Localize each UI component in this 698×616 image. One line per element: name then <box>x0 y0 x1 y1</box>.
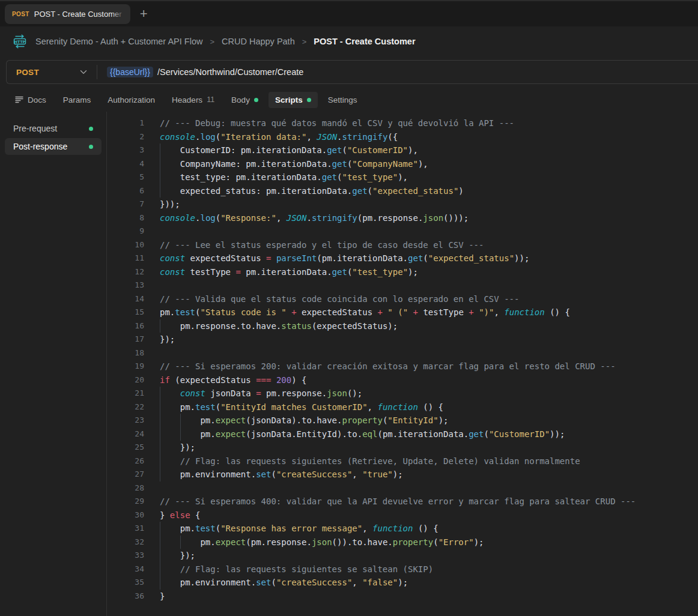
breadcrumb-request: POST - Create Customer <box>314 37 415 46</box>
tab-body[interactable]: Body <box>225 92 265 108</box>
breadcrumb-folder[interactable]: CRUD Happy Path <box>222 37 295 46</box>
tab-label: Authorization <box>108 95 155 104</box>
code-line: 5 test_type: pm.iterationData.get("test_… <box>107 171 698 184</box>
code-line: 6 expected_status: pm.iterationData.get(… <box>107 184 698 198</box>
indent-guide <box>160 468 160 482</box>
code-line: 16 pm.response.to.have.status(expectedSt… <box>107 319 698 333</box>
sidebar-item-post-response[interactable]: Post-response <box>5 138 102 155</box>
indent-guide <box>160 184 160 198</box>
method-selector[interactable]: POST <box>7 61 97 83</box>
code-line: 32 pm.expect(pm.response.json()).to.have… <box>107 536 698 549</box>
line-number: 14 <box>107 292 144 306</box>
line-number: 10 <box>107 238 144 252</box>
green-dot-icon <box>89 145 93 149</box>
tab-label: Settings <box>328 95 357 104</box>
code-line: 10// --- Lee el status esperado y el tip… <box>107 238 698 252</box>
code-line: 21 const jsonData = pm.response.json(); <box>107 387 698 400</box>
url-input[interactable]: {{baseUrl}} /Services/Northwind/Customer… <box>97 67 698 77</box>
tab-scripts[interactable]: Scripts <box>269 92 318 108</box>
line-number: 32 <box>107 536 144 549</box>
line-number: 27 <box>107 468 144 482</box>
code-line: 2console.log("Iteration data:", JSON.str… <box>107 130 698 144</box>
base-url-variable-chip[interactable]: {{baseUrl}} <box>107 67 153 77</box>
code-line: 25 }); <box>107 441 698 454</box>
method-label: POST <box>16 68 39 77</box>
code-line: 31 pm.test("Response has error message",… <box>107 522 698 536</box>
indent-guide <box>160 522 160 536</box>
line-number: 35 <box>107 576 144 590</box>
indent-guide <box>160 400 160 414</box>
docs-icon <box>15 96 23 103</box>
code-line: 29// --- Si esperamos 400: validar que l… <box>107 495 698 509</box>
tab-label: Docs <box>28 95 46 104</box>
line-number: 4 <box>107 157 144 171</box>
indent-guide <box>160 414 160 427</box>
line-number: 8 <box>107 211 144 225</box>
code-line: 30} else { <box>107 509 698 522</box>
green-dot-icon <box>307 98 311 102</box>
indent-guide <box>160 563 160 576</box>
code-line: 33 }); <box>107 549 698 563</box>
line-number: 24 <box>107 427 144 441</box>
breadcrumb-collection[interactable]: Serenity Demo - Auth + Customer API Flow <box>35 37 202 46</box>
code-line: 20if (expectedStatus === 200) { <box>107 373 698 387</box>
headers-count-badge: 11 <box>207 95 214 104</box>
line-number: 28 <box>107 482 144 495</box>
line-number: 23 <box>107 414 144 427</box>
line-number: 30 <box>107 509 144 522</box>
sidebar-item-pre-request[interactable]: Pre-request <box>5 120 102 137</box>
line-number: 25 <box>107 441 144 454</box>
request-tab[interactable]: POST POST - Create Customer <box>5 4 130 24</box>
line-number: 26 <box>107 454 144 468</box>
tab-settings[interactable]: Settings <box>321 92 364 108</box>
url-row: POST {{baseUrl}} /Services/Northwind/Cus… <box>0 56 698 88</box>
code-line: 23 pm.expect(jsonData).to.have.property(… <box>107 414 698 427</box>
indent-guide <box>160 536 160 549</box>
code-line: 3 CustomerID: pm.iterationData.get("Cust… <box>107 143 698 157</box>
code-line: 35 pm.environment.set("createSuccess", "… <box>107 576 698 590</box>
line-number: 34 <box>107 563 144 576</box>
line-number: 12 <box>107 265 144 279</box>
code-editor[interactable]: 1// --- Debug: muestra qué datos mandó e… <box>107 112 698 616</box>
code-line: 13 <box>107 279 698 292</box>
code-line: 17}); <box>107 333 698 346</box>
code-line: 12const testType = pm.iterationData.get(… <box>107 265 698 279</box>
code-line: 22 pm.test("EntityId matches CustomerID"… <box>107 400 698 414</box>
indent-guide <box>160 171 160 184</box>
line-number: 5 <box>107 171 144 184</box>
code-line: 9 <box>107 225 698 238</box>
line-number: 6 <box>107 184 144 198</box>
script-type-sidebar: Pre-request Post-response <box>0 112 107 616</box>
indent-guide <box>160 441 160 454</box>
indent-guide <box>160 454 160 468</box>
tab-docs[interactable]: Docs <box>8 92 53 108</box>
line-number: 3 <box>107 143 144 157</box>
tab-authorization[interactable]: Authorization <box>101 92 162 108</box>
line-number: 16 <box>107 319 144 333</box>
request-tab-title: POST - Create Customer <box>34 10 124 19</box>
indent-guide <box>160 549 160 563</box>
line-number: 22 <box>107 400 144 414</box>
indent-guide <box>180 536 181 549</box>
code-line: 18 <box>107 346 698 360</box>
new-tab-button[interactable]: + <box>140 8 148 20</box>
tab-params[interactable]: Params <box>56 92 98 108</box>
breadcrumb-separator: > <box>302 37 307 46</box>
code-line: 19// --- Si esperamos 200: validar creac… <box>107 360 698 373</box>
code-line: 26 // Flag: las requests siguientes (Ret… <box>107 454 698 468</box>
code-line: 11const expectedStatus = parseInt(pm.ite… <box>107 252 698 265</box>
line-number: 18 <box>107 346 144 360</box>
line-number: 17 <box>107 333 144 346</box>
url-path: /Services/Northwind/Customer/Create <box>157 67 303 77</box>
line-number: 29 <box>107 495 144 509</box>
line-number: 36 <box>107 590 144 603</box>
code-line: 8console.log("Response:", JSON.stringify… <box>107 211 698 225</box>
code-line: 7})); <box>107 198 698 211</box>
tab-headers[interactable]: Headers 11 <box>165 92 221 108</box>
line-number: 9 <box>107 225 144 238</box>
line-number: 31 <box>107 522 144 536</box>
request-tabs: Docs Params Authorization Headers 11 Bod… <box>0 88 698 112</box>
indent-guide <box>160 319 160 333</box>
line-number: 33 <box>107 549 144 563</box>
indent-guide <box>160 143 160 157</box>
